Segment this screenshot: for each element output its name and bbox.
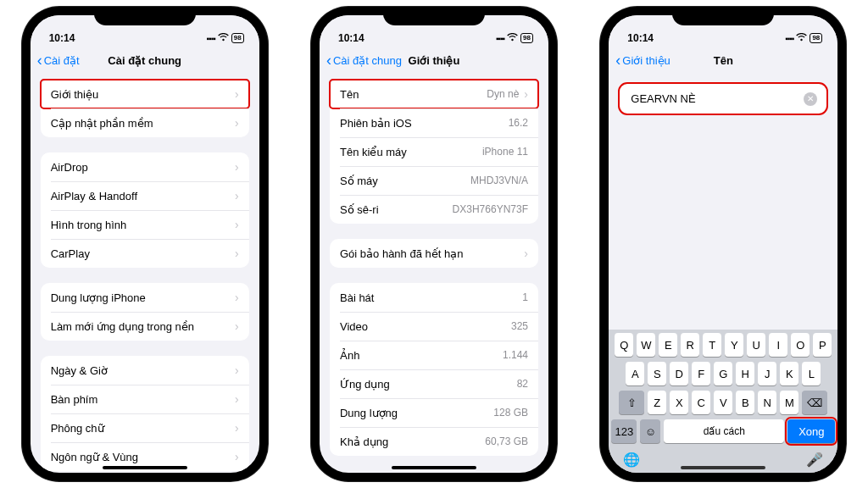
settings-group: Dung lượng iPhone›Làm mới ứng dụng trong… xyxy=(41,283,249,341)
settings-row[interactable]: AirDrop› xyxy=(41,152,249,181)
row-value: 60,73 GB xyxy=(485,435,528,447)
settings-row[interactable]: Ứng dụng82 xyxy=(330,369,538,398)
settings-row[interactable]: Số máyMHDJ3VN/A xyxy=(330,166,538,195)
status-time: 10:14 xyxy=(49,32,75,44)
key-123[interactable]: 123 xyxy=(611,419,637,443)
settings-row[interactable]: Số sê-riDX3H766YN73F xyxy=(330,195,538,224)
key-l[interactable]: L xyxy=(802,362,821,385)
key-m[interactable]: M xyxy=(780,391,798,414)
home-indicator[interactable] xyxy=(392,466,476,469)
back-button[interactable]: ‹ Giới thiệu xyxy=(615,53,670,68)
key-k[interactable]: K xyxy=(780,362,798,385)
key-p[interactable]: P xyxy=(813,333,832,357)
key-c[interactable]: C xyxy=(692,391,710,414)
globe-icon[interactable]: 🌐 xyxy=(623,452,640,468)
settings-row[interactable]: TênDyn nè› xyxy=(330,80,538,108)
settings-row[interactable]: CarPlay› xyxy=(41,239,249,268)
key-e[interactable]: E xyxy=(659,333,677,357)
settings-row[interactable]: Giới thiệu› xyxy=(41,80,249,108)
shift-key[interactable]: ⇧ xyxy=(619,391,644,414)
space-key[interactable]: dấu cách xyxy=(664,419,784,443)
settings-row[interactable]: Dung lượng iPhone› xyxy=(41,283,249,312)
row-value: 1 xyxy=(522,291,528,303)
settings-row[interactable]: Ảnh1.144 xyxy=(330,341,538,369)
back-button[interactable]: ‹ Cài đặt xyxy=(37,53,80,68)
key-i[interactable]: I xyxy=(769,333,787,357)
key-j[interactable]: J xyxy=(758,362,776,385)
status-time: 10:14 xyxy=(627,32,654,44)
home-indicator[interactable] xyxy=(103,466,187,469)
row-value: 128 GB xyxy=(493,407,528,419)
mic-icon[interactable]: 🎤 xyxy=(806,452,823,468)
settings-row[interactable]: Ngày & Giờ› xyxy=(41,356,249,385)
row-label: Giới thiệu xyxy=(51,88,98,101)
chevron-right-icon: › xyxy=(235,160,239,174)
settings-row[interactable]: Video325 xyxy=(330,312,538,341)
settings-row[interactable]: Cập nhật phần mềm› xyxy=(41,108,249,137)
key-s[interactable]: S xyxy=(648,362,666,385)
row-value: Dyn nè xyxy=(487,88,519,100)
nav-bar: ‹ Cài đặt chung Giới thiệu xyxy=(320,46,548,75)
phone-edit-name: 10:14 ▪▪▪▪ 98 ‹ Giới thiệu Tên ✕ QWERT xyxy=(600,7,846,481)
key-h[interactable]: H xyxy=(736,362,754,385)
settings-row[interactable]: Làm mới ứng dụng trong nền› xyxy=(41,312,249,341)
settings-row[interactable]: Bàn phím› xyxy=(41,385,249,413)
keyboard-toolbar: 🌐 🎤 xyxy=(611,448,835,468)
battery-icon: 98 xyxy=(231,33,244,43)
row-label: Dung lượng xyxy=(340,407,398,419)
settings-row[interactable]: Gói bảo hành đã hết hạn› xyxy=(330,239,538,268)
chevron-right-icon: › xyxy=(524,87,528,101)
key-n[interactable]: N xyxy=(758,391,776,414)
row-label: Tên xyxy=(340,88,359,101)
key-q[interactable]: Q xyxy=(615,333,633,357)
key-d[interactable]: D xyxy=(670,362,688,385)
key-r[interactable]: R xyxy=(681,333,699,357)
chevron-left-icon: ‹ xyxy=(615,53,620,68)
key-x[interactable]: X xyxy=(670,391,688,414)
phone-general-settings: 10:14 ▪▪▪▪ 98 ‹ Cài đặt Cài đặt chung Gi… xyxy=(22,7,268,481)
chevron-right-icon: › xyxy=(235,291,239,304)
row-label: Bàn phím xyxy=(51,393,98,406)
emoji-key[interactable]: ☺ xyxy=(640,419,660,443)
settings-row[interactable]: AirPlay & Handoff› xyxy=(41,181,249,210)
key-t[interactable]: T xyxy=(703,333,721,357)
settings-group: TênDyn nè›Phiên bản iOS16.2Tên kiểu máyi… xyxy=(330,80,538,224)
settings-row[interactable]: Khả dụng60,73 GB xyxy=(330,427,538,456)
row-value: iPhone 11 xyxy=(482,146,528,158)
home-indicator[interactable] xyxy=(681,466,765,469)
settings-row[interactable]: Phiên bản iOS16.2 xyxy=(330,108,538,137)
settings-group: Giới thiệu›Cập nhật phần mềm› xyxy=(41,80,249,137)
row-label: Phông chữ xyxy=(51,422,104,435)
key-v[interactable]: V xyxy=(714,391,732,414)
back-button[interactable]: ‹ Cài đặt chung xyxy=(326,53,402,68)
key-z[interactable]: Z xyxy=(648,391,666,414)
wifi-icon xyxy=(796,32,807,44)
clear-icon[interactable]: ✕ xyxy=(804,92,817,106)
settings-row[interactable]: Bài hát1 xyxy=(330,283,538,312)
name-input-row[interactable]: ✕ xyxy=(619,83,827,114)
row-label: Dung lượng iPhone xyxy=(51,291,146,304)
row-label: Ngôn ngữ & Vùng xyxy=(51,451,138,463)
key-y[interactable]: Y xyxy=(725,333,743,357)
key-u[interactable]: U xyxy=(747,333,765,357)
key-g[interactable]: G xyxy=(714,362,732,385)
backspace-key[interactable]: ⌫ xyxy=(802,391,827,414)
settings-row[interactable]: Phông chữ› xyxy=(41,413,249,442)
row-label: Số máy xyxy=(340,175,378,187)
settings-group: Bài hát1Video325Ảnh1.144Ứng dụng82Dung l… xyxy=(330,283,538,456)
settings-row[interactable]: Hình trong hình› xyxy=(41,210,249,239)
done-key[interactable]: Xong xyxy=(787,419,835,443)
key-o[interactable]: O xyxy=(791,333,810,357)
key-a[interactable]: A xyxy=(626,362,644,385)
chevron-right-icon: › xyxy=(235,319,239,333)
row-label: AirPlay & Handoff xyxy=(51,190,137,202)
settings-row[interactable]: Tên kiểu máyiPhone 11 xyxy=(330,137,538,166)
settings-row[interactable]: Dung lượng128 GB xyxy=(330,398,538,427)
key-f[interactable]: F xyxy=(692,362,710,385)
key-w[interactable]: W xyxy=(637,333,655,357)
chevron-right-icon: › xyxy=(235,450,239,463)
row-label: Khả dụng xyxy=(340,435,388,448)
key-b[interactable]: B xyxy=(736,391,754,414)
name-input[interactable] xyxy=(629,92,804,106)
signal-icon: ▪▪▪▪ xyxy=(207,34,215,43)
